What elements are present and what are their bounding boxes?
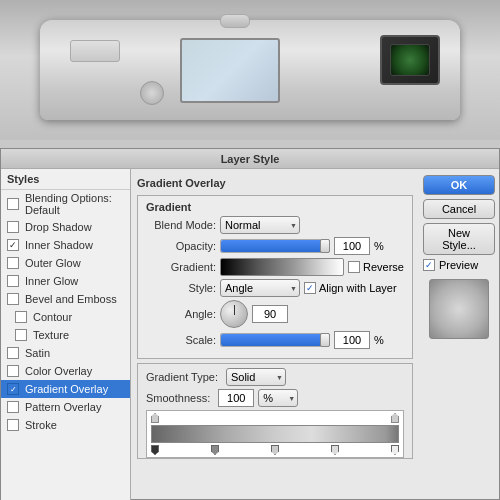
reverse-row: Reverse — [348, 261, 404, 273]
camera-lens-area — [70, 40, 120, 62]
styles-panel-title: Styles — [1, 169, 130, 190]
scale-unit: % — [374, 334, 384, 346]
styles-list: Blending Options: DefaultDrop ShadowInne… — [1, 190, 130, 434]
scale-slider-thumb[interactable] — [320, 333, 330, 347]
checkbox-color-overlay[interactable] — [7, 365, 19, 377]
opacity-slider-fill — [221, 240, 329, 252]
color-stop-1[interactable] — [151, 445, 159, 455]
blend-mode-select-wrapper[interactable]: Normal Multiply Screen — [220, 216, 300, 234]
styles-panel: Styles Blending Options: DefaultDrop Sha… — [1, 169, 131, 500]
style-select-wrapper[interactable]: Angle Linear Radial — [220, 279, 300, 297]
camera-viewfinder-inner — [390, 44, 430, 76]
sidebar-item-blending[interactable]: Blending Options: Default — [1, 190, 130, 218]
ok-button[interactable]: OK — [423, 175, 495, 195]
sidebar-item-drop-shadow[interactable]: Drop Shadow — [1, 218, 130, 236]
checkbox-contour[interactable] — [15, 311, 27, 323]
opacity-stop-left[interactable] — [151, 413, 159, 423]
label-texture: Texture — [33, 329, 69, 341]
color-stop-4[interactable] — [331, 445, 339, 455]
action-buttons-panel: OK Cancel New Style... Preview — [419, 169, 499, 500]
gradient-type-select-wrapper[interactable]: Solid Noise — [226, 368, 286, 386]
opacity-input[interactable]: 100 — [334, 237, 370, 255]
gradient-row: Gradient: Reverse — [146, 258, 404, 276]
sidebar-item-texture[interactable]: Texture — [1, 326, 130, 344]
label-color-overlay: Color Overlay — [25, 365, 92, 377]
checkbox-stroke[interactable] — [7, 419, 19, 431]
checkbox-inner-shadow[interactable] — [7, 239, 19, 251]
align-layer-row: Align with Layer — [304, 282, 397, 294]
scale-label: Scale: — [146, 334, 216, 346]
smoothness-input[interactable]: 100 — [218, 389, 254, 407]
reverse-checkbox[interactable] — [348, 261, 360, 273]
opacity-stop-right[interactable] — [391, 413, 399, 423]
sidebar-item-outer-glow[interactable]: Outer Glow — [1, 254, 130, 272]
checkbox-satin[interactable] — [7, 347, 19, 359]
camera-screen — [180, 38, 280, 103]
label-inner-glow: Inner Glow — [25, 275, 78, 287]
sidebar-item-satin[interactable]: Satin — [1, 344, 130, 362]
opacity-unit: % — [374, 240, 384, 252]
label-bevel-emboss: Bevel and Emboss — [25, 293, 117, 305]
new-style-button[interactable]: New Style... — [423, 223, 495, 255]
blend-mode-select[interactable]: Normal Multiply Screen — [220, 216, 300, 234]
dialog-title: Layer Style — [221, 153, 280, 165]
label-satin: Satin — [25, 347, 50, 359]
gradient-subheader: Gradient — [146, 200, 404, 216]
bottom-stops-row — [151, 445, 399, 455]
preview-checkbox[interactable] — [423, 259, 435, 271]
camera-small-circle — [140, 81, 164, 105]
color-stop-5[interactable] — [391, 445, 399, 455]
dialog-body: Styles Blending Options: DefaultDrop Sha… — [1, 169, 499, 500]
style-select[interactable]: Angle Linear Radial — [220, 279, 300, 297]
angle-input[interactable]: 90 — [252, 305, 288, 323]
sidebar-item-inner-glow[interactable]: Inner Glow — [1, 272, 130, 290]
sidebar-item-gradient-overlay[interactable]: ✓Gradient Overlay — [1, 380, 130, 398]
checkbox-gradient-overlay[interactable]: ✓ — [7, 383, 19, 395]
angle-label: Angle: — [146, 308, 216, 320]
scale-slider-track[interactable] — [220, 333, 330, 347]
checkbox-pattern-overlay[interactable] — [7, 401, 19, 413]
cancel-button[interactable]: Cancel — [423, 199, 495, 219]
color-stop-3[interactable] — [271, 445, 279, 455]
gradient-editor-bar[interactable] — [151, 425, 399, 443]
sidebar-item-contour[interactable]: Contour — [1, 308, 130, 326]
smoothness-label: Smoothness: — [146, 392, 210, 404]
scale-input[interactable]: 100 — [334, 331, 370, 349]
gradient-editor[interactable] — [146, 410, 404, 458]
gradient-preview-bar[interactable] — [220, 258, 344, 276]
checkbox-inner-glow[interactable] — [7, 275, 19, 287]
style-label: Style: — [146, 282, 216, 294]
smoothness-unit-select[interactable]: % — [258, 389, 298, 407]
angle-knob[interactable] — [220, 300, 248, 328]
gradient-type-row: Gradient Type: Solid Noise — [146, 368, 404, 386]
checkbox-outer-glow[interactable] — [7, 257, 19, 269]
checkbox-blending[interactable] — [7, 198, 19, 210]
checkbox-bevel-emboss[interactable] — [7, 293, 19, 305]
settings-panel: Gradient Overlay Gradient Blend Mode: No… — [131, 169, 419, 465]
opacity-slider-track[interactable] — [220, 239, 330, 253]
label-blending: Blending Options: Default — [25, 192, 124, 216]
style-row: Style: Angle Linear Radial Align with La… — [146, 279, 404, 297]
layer-style-dialog: Layer Style Styles Blending Options: Def… — [0, 148, 500, 500]
sidebar-item-inner-shadow[interactable]: Inner Shadow — [1, 236, 130, 254]
checkbox-drop-shadow[interactable] — [7, 221, 19, 233]
sidebar-item-bevel-emboss[interactable]: Bevel and Emboss — [1, 290, 130, 308]
opacity-slider-thumb[interactable] — [320, 239, 330, 253]
angle-row: Angle: 90 — [146, 300, 404, 328]
label-pattern-overlay: Pattern Overlay — [25, 401, 101, 413]
gradient-type-select[interactable]: Solid Noise — [226, 368, 286, 386]
section-header: Gradient Overlay — [137, 175, 413, 191]
smoothness-row: Smoothness: 100 % — [146, 389, 404, 407]
checkbox-texture[interactable] — [15, 329, 27, 341]
scale-row: Scale: 100 % — [146, 331, 404, 349]
label-gradient-overlay: Gradient Overlay — [25, 383, 108, 395]
gradient-type-section: Gradient Type: Solid Noise Smoothness: 1… — [137, 363, 413, 459]
align-layer-checkbox[interactable] — [304, 282, 316, 294]
smoothness-unit-wrapper[interactable]: % — [258, 389, 298, 407]
color-stop-2[interactable] — [211, 445, 219, 455]
sidebar-item-pattern-overlay[interactable]: Pattern Overlay — [1, 398, 130, 416]
blend-mode-label: Blend Mode: — [146, 219, 216, 231]
sidebar-item-stroke[interactable]: Stroke — [1, 416, 130, 434]
sidebar-item-color-overlay[interactable]: Color Overlay — [1, 362, 130, 380]
label-drop-shadow: Drop Shadow — [25, 221, 92, 233]
